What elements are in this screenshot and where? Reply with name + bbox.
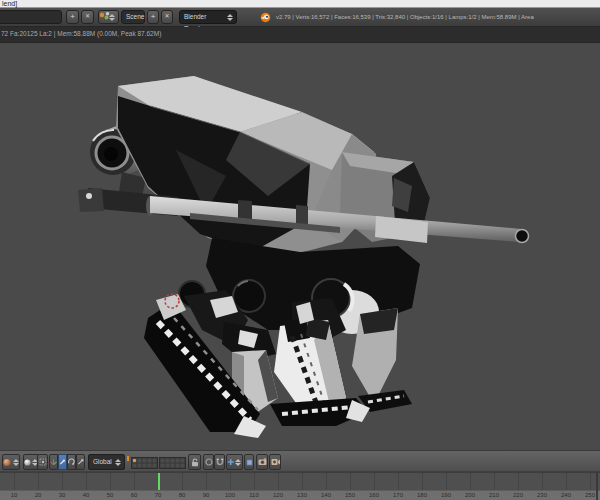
layer-grid-2 <box>159 457 186 469</box>
delete-scene-button[interactable]: ✕ <box>161 10 173 24</box>
stats-strip-text: 72 Fa:20125 La:2 | Mem:58.88M (0.00M, Pe… <box>1 27 161 43</box>
viewport-shading-icon <box>24 458 31 467</box>
timeline-frame-labels[interactable]: 1020304050607080901001101201301401501601… <box>0 490 600 500</box>
info-header: + ✕ Scene + ✕ Blender Render v2.79 | Ver… <box>0 8 600 27</box>
frame-label: 100 <box>225 492 235 498</box>
window-resize-edge[interactable] <box>596 472 598 500</box>
frame-label: 230 <box>537 492 547 498</box>
proportional-edit-icon <box>205 458 213 466</box>
mode-dropdown[interactable] <box>2 454 20 470</box>
frame-label: 220 <box>513 492 523 498</box>
manipulator-scale-icon <box>77 458 84 466</box>
frame-label: 240 <box>561 492 571 498</box>
render-opengl-anim-button[interactable] <box>269 454 281 470</box>
os-titlebar: lend] <box>0 0 600 8</box>
chevron-updown-icon <box>13 459 19 466</box>
manipulator-scale-toggle[interactable] <box>76 454 85 470</box>
frame-label: 70 <box>155 492 162 498</box>
transform-orientation-value: Global <box>93 458 112 465</box>
frame-label: 50 <box>107 492 114 498</box>
frame-label: 120 <box>273 492 283 498</box>
transform-orientation-dropdown[interactable]: Global <box>88 454 125 470</box>
manipulator-rotate-toggle[interactable] <box>67 454 76 470</box>
blender-logo-icon <box>260 12 271 23</box>
lock-to-scene-button[interactable] <box>188 454 201 470</box>
frame-label: 250 <box>585 492 595 498</box>
manipulator-rotate-icon <box>68 458 75 466</box>
object-mode-icon <box>3 458 11 467</box>
timeline-playhead[interactable] <box>158 473 160 490</box>
manipulator-translate-icon <box>59 458 66 466</box>
mech-model[interactable] <box>78 76 529 438</box>
cube-icon <box>246 459 253 466</box>
frame-label: 20 <box>35 492 42 498</box>
manipulator-axis-toggle[interactable] <box>49 454 58 470</box>
frame-label: 10 <box>11 492 18 498</box>
opengl-anim-render-icon <box>271 458 280 466</box>
screen-layout-selector[interactable] <box>0 10 62 24</box>
viewport-toolbar: Global <box>0 450 600 472</box>
chevron-updown-icon <box>115 459 122 466</box>
chevron-updown-icon <box>109 14 116 21</box>
chevron-updown-icon <box>235 459 242 466</box>
lock-icon <box>191 458 199 467</box>
pivot-point-dropdown[interactable] <box>37 454 48 470</box>
window-title-fragment: lend] <box>2 0 17 7</box>
render-opengl-button[interactable] <box>256 454 268 470</box>
frame-label: 190 <box>441 492 451 498</box>
snap-magnet-icon <box>216 458 224 466</box>
frame-label: 60 <box>131 492 138 498</box>
add-scene-button[interactable]: + <box>147 10 159 24</box>
close-layout-button[interactable]: ✕ <box>81 10 94 24</box>
manipulator-axis-icon <box>50 458 57 466</box>
snap-peel-button[interactable] <box>244 454 254 470</box>
frame-label: 30 <box>59 492 66 498</box>
proportional-edit-button[interactable] <box>203 454 214 470</box>
frame-label: 140 <box>321 492 331 498</box>
timeline-track[interactable] <box>0 472 600 490</box>
snap-element-dropdown[interactable] <box>226 454 243 470</box>
frame-label: 130 <box>297 492 307 498</box>
frame-label: 160 <box>369 492 379 498</box>
frame-label: 150 <box>345 492 355 498</box>
frame-label: 180 <box>417 492 427 498</box>
pivot-center-icon <box>39 458 47 466</box>
viewport-canvas <box>0 43 600 450</box>
frame-label: 210 <box>489 492 499 498</box>
render-engine-dropdown[interactable]: Blender Render <box>179 10 237 24</box>
chevron-updown-icon <box>227 14 234 21</box>
scene-statistics: v2.79 | Verts:16,572 | Faces:16,539 | Tr… <box>276 8 534 27</box>
layer-cell[interactable] <box>180 463 185 468</box>
browse-scene-button[interactable] <box>98 10 119 24</box>
viewport-3d[interactable] <box>0 43 600 450</box>
layer-grid-1 <box>131 457 158 469</box>
frame-label: 80 <box>179 492 186 498</box>
frame-label: 90 <box>203 492 210 498</box>
opengl-render-icon <box>258 458 267 466</box>
manipulator-translate-toggle[interactable] <box>58 454 67 470</box>
scene-name-field[interactable]: Scene <box>121 10 145 24</box>
frame-label: 110 <box>249 492 259 498</box>
frame-label: 170 <box>393 492 403 498</box>
layer-cell[interactable] <box>152 463 157 468</box>
active-layer-indicator <box>127 456 129 461</box>
frame-label: 200 <box>465 492 475 498</box>
frame-label: 40 <box>83 492 90 498</box>
stats-strip: 72 Fa:20125 La:2 | Mem:58.88M (0.00M, Pe… <box>0 27 600 43</box>
add-layout-button[interactable]: + <box>66 10 79 24</box>
blender-window: lend] + ✕ Scene + ✕ Blender Render v2.7 <box>0 0 600 500</box>
snap-increment-icon <box>227 458 234 466</box>
snap-toggle-button[interactable] <box>214 454 225 470</box>
